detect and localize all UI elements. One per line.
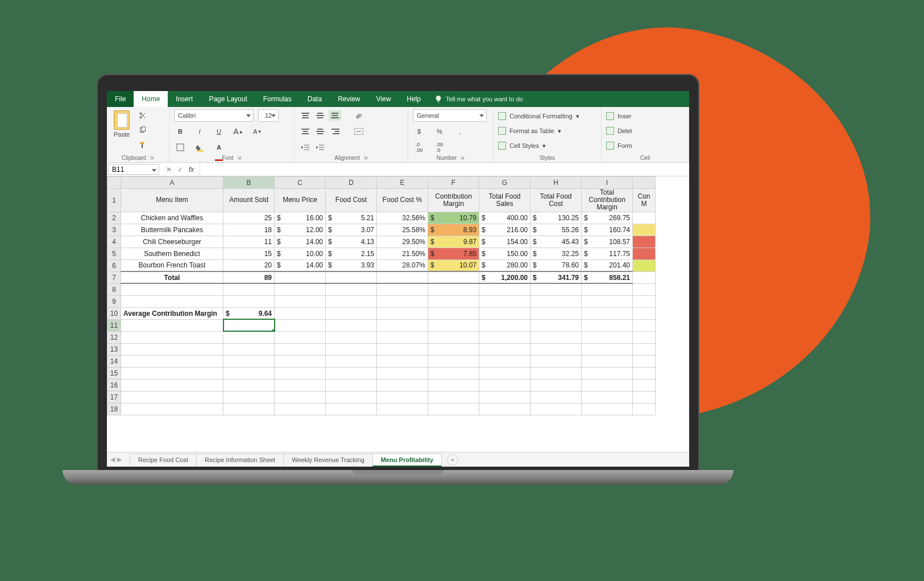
cell[interactable]: 201.40: [582, 259, 633, 271]
cell[interactable]: [326, 331, 377, 343]
bold-button[interactable]: B: [174, 125, 187, 138]
cell[interactable]: [582, 319, 633, 331]
cell[interactable]: 15: [223, 248, 275, 259]
menu-tab-review[interactable]: Review: [330, 91, 368, 107]
cell[interactable]: [479, 343, 531, 355]
cell[interactable]: 150.00: [479, 248, 531, 259]
cell[interactable]: [275, 331, 326, 343]
cell[interactable]: Chili Cheeseburger: [121, 236, 223, 248]
cell[interactable]: [531, 295, 582, 307]
cell-styles-button[interactable]: Cell Styles ▾: [498, 140, 546, 151]
cell[interactable]: 130.25: [531, 212, 582, 224]
cell[interactable]: [531, 307, 582, 319]
cell[interactable]: 154.00: [479, 236, 531, 248]
cell[interactable]: [479, 391, 531, 403]
cell[interactable]: 9.64: [223, 307, 275, 319]
cut-button[interactable]: [136, 109, 149, 122]
cell[interactable]: 29.50%: [377, 236, 428, 248]
cell[interactable]: [633, 331, 656, 343]
col-header-C[interactable]: C: [275, 177, 326, 189]
menu-tab-formulas[interactable]: Formulas: [255, 91, 300, 107]
cell[interactable]: [121, 331, 223, 343]
cell[interactable]: [377, 391, 428, 403]
format-painter-button[interactable]: [136, 139, 149, 151]
cell[interactable]: [531, 367, 582, 379]
cell[interactable]: [428, 403, 479, 415]
tell-me-search[interactable]: Tell me what you want to do: [429, 91, 529, 107]
cell[interactable]: [377, 295, 428, 307]
cell[interactable]: 3.93: [326, 259, 377, 271]
cell[interactable]: [633, 236, 656, 248]
cell[interactable]: [531, 343, 582, 355]
decrease-font-button[interactable]: A▼: [251, 125, 264, 138]
cell[interactable]: [428, 391, 479, 403]
cell[interactable]: [582, 367, 633, 379]
cell[interactable]: [428, 307, 479, 319]
row-header-10[interactable]: 10: [107, 307, 121, 319]
cell[interactable]: Buttermilk Pancakes: [121, 224, 223, 236]
cell[interactable]: [531, 403, 582, 415]
cell[interactable]: Total: [121, 271, 223, 283]
cell[interactable]: [275, 283, 326, 295]
cell[interactable]: [377, 319, 428, 331]
row-header-2[interactable]: 2: [107, 212, 121, 224]
cell[interactable]: [479, 379, 531, 391]
cell[interactable]: [633, 248, 656, 259]
cell[interactable]: [531, 379, 582, 391]
cell[interactable]: [377, 283, 428, 295]
cell[interactable]: [633, 224, 656, 236]
cell[interactable]: [633, 367, 656, 379]
col-header-F[interactable]: F: [428, 177, 479, 189]
cell[interactable]: 21.50%: [377, 248, 428, 259]
orientation-button[interactable]: ab: [353, 109, 365, 122]
cell[interactable]: [479, 403, 531, 415]
percent-button[interactable]: %: [433, 125, 446, 138]
cell[interactable]: 8.93: [428, 224, 479, 236]
cell[interactable]: [633, 355, 656, 367]
decrease-decimal-button[interactable]: .00.0: [433, 141, 446, 154]
menu-tab-home[interactable]: Home: [134, 91, 168, 107]
cell[interactable]: [275, 367, 326, 379]
cell[interactable]: 25: [223, 212, 275, 224]
cell[interactable]: Chicken and Waffles: [121, 212, 223, 224]
select-all-corner[interactable]: [107, 177, 121, 189]
cell[interactable]: 12.00: [275, 224, 326, 236]
cell[interactable]: [326, 283, 377, 295]
cell[interactable]: [428, 331, 479, 343]
row-header-18[interactable]: 18: [107, 403, 121, 415]
menu-tab-help[interactable]: Help: [399, 91, 429, 107]
cell[interactable]: 280.00: [479, 259, 531, 271]
row-header-5[interactable]: 5: [107, 248, 121, 259]
cell[interactable]: [428, 367, 479, 379]
cell[interactable]: [377, 403, 428, 415]
cell[interactable]: Southern Benedict: [121, 248, 223, 259]
cell[interactable]: 1,200.00: [479, 271, 531, 283]
cell[interactable]: [326, 391, 377, 403]
conditional-formatting-button[interactable]: Conditional Formatting ▾: [498, 110, 579, 122]
cell[interactable]: [326, 319, 377, 331]
number-format-dropdown[interactable]: General: [413, 109, 487, 122]
col-header-A[interactable]: A: [121, 177, 223, 189]
cell[interactable]: [428, 295, 479, 307]
cell[interactable]: [275, 343, 326, 355]
paste-button[interactable]: Paste: [111, 109, 132, 139]
font-name-dropdown[interactable]: Calibri: [174, 109, 254, 122]
cell[interactable]: [223, 283, 275, 295]
dialog-launcher-icon[interactable]: ⇲: [363, 155, 368, 161]
cell[interactable]: [223, 391, 275, 403]
cell[interactable]: 14.00: [275, 236, 326, 248]
fill-color-button[interactable]: [193, 141, 206, 154]
cell[interactable]: 45.43: [531, 236, 582, 248]
increase-indent-button[interactable]: [314, 141, 326, 154]
cell[interactable]: 89: [223, 271, 275, 283]
cell[interactable]: [121, 355, 223, 367]
enter-formula-icon[interactable]: ✓: [177, 166, 183, 174]
cell[interactable]: [633, 403, 656, 415]
cell[interactable]: 16.00: [275, 212, 326, 224]
menu-tab-page-layout[interactable]: Page Layout: [201, 91, 255, 107]
cell[interactable]: 7.85: [428, 248, 479, 259]
cell[interactable]: 5.21: [326, 212, 377, 224]
cell[interactable]: [633, 379, 656, 391]
cell[interactable]: 78.60: [531, 259, 582, 271]
cell[interactable]: [121, 367, 223, 379]
